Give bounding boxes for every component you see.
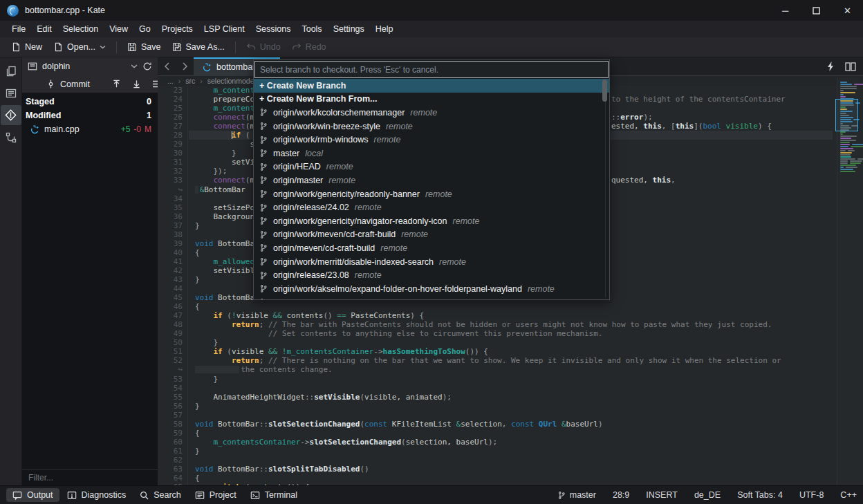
filter-input[interactable]: Filter...: [22, 469, 158, 485]
commit-button[interactable]: Commit: [46, 80, 90, 89]
branch-item[interactable]: masterlocal: [254, 147, 609, 160]
menu-selection[interactable]: Selection: [57, 22, 104, 36]
chevron-down-icon[interactable]: [131, 64, 138, 68]
branch-item[interactable]: origin/meven/cd-craft-buildremote: [254, 241, 609, 255]
popup-scrollbar-thumb[interactable]: [602, 80, 607, 102]
code-line[interactable]: 54: [158, 384, 863, 393]
push-icon[interactable]: [112, 80, 121, 88]
branch-item[interactable]: origin/work/akselmo/expand-folder-on-hov…: [254, 282, 609, 296]
menu-tools[interactable]: Tools: [296, 22, 327, 36]
code-line[interactable]: 63void BottomBar::slotSplitTabDisabled(): [158, 465, 863, 474]
code-line[interactable]: 48 return; // The bar with PasteContents…: [158, 320, 863, 329]
code-line[interactable]: 62: [158, 456, 863, 465]
code-line[interactable]: 52 return; // There is nothing on the ba…: [158, 356, 863, 365]
minimap[interactable]: [837, 77, 859, 485]
menu-view[interactable]: View: [104, 22, 133, 36]
pull-icon[interactable]: [132, 80, 141, 88]
symbols-panel-icon[interactable]: [1, 83, 21, 103]
breadcrumb-item[interactable]: src: [185, 77, 195, 85]
new-button[interactable]: New: [6, 40, 48, 54]
panel-button-search[interactable]: Search: [133, 488, 187, 502]
popup-scrollbar-track[interactable]: [605, 80, 606, 297]
menu-settings[interactable]: Settings: [328, 22, 370, 36]
forward-button[interactable]: [176, 57, 194, 75]
modified-file-row[interactable]: main.cpp +5 -0 M: [22, 122, 158, 136]
open-button[interactable]: Open...: [48, 40, 111, 54]
status-dictionary[interactable]: de_DE: [694, 490, 721, 500]
code-line[interactable]: 51 if (visible && !m_contentsContainer->…: [158, 347, 863, 356]
branch-item[interactable]: origin/masterremote: [254, 174, 609, 187]
refresh-icon[interactable]: [142, 62, 152, 71]
status-cursor-position[interactable]: 28:9: [613, 490, 629, 500]
code-line[interactable]: ↪ the contents change.: [158, 365, 863, 374]
panel-button-terminal[interactable]: Terminal: [244, 488, 304, 502]
status-syntax-mode[interactable]: C++: [840, 490, 857, 500]
branch-item[interactable]: origin/work/win-breeze-styleremote: [254, 120, 609, 133]
create-branch-item[interactable]: + Create New Branch From...: [254, 93, 609, 106]
redo-button[interactable]: Redo: [286, 40, 332, 54]
breadcrumb-item[interactable]: selectionmode: [207, 77, 254, 85]
code-line[interactable]: 53 }: [158, 375, 863, 384]
maximize-button[interactable]: [801, 0, 832, 21]
branch-type: remote: [453, 216, 480, 226]
git-branch-icon: [259, 216, 268, 225]
commit-graph-icon[interactable]: [1, 127, 21, 147]
branch-type: remote: [439, 257, 466, 267]
code-line[interactable]: 57: [158, 411, 863, 420]
panel-button-output[interactable]: Output: [6, 488, 59, 502]
branch-item[interactable]: [254, 296, 609, 301]
code-line[interactable]: 50 }: [158, 338, 863, 347]
branch-item[interactable]: origin/work/genericity/navigator-readonl…: [254, 214, 609, 228]
menu-edit[interactable]: Edit: [31, 22, 57, 36]
code-line[interactable]: 59{: [158, 429, 863, 438]
branch-item[interactable]: origin/HEADremote: [254, 160, 609, 174]
code-line[interactable]: 47 if (!visible && contents() == PasteCo…: [158, 311, 863, 320]
modified-section[interactable]: Modified 1: [22, 109, 158, 122]
branch-item[interactable]: origin/work/rmb-windowsremote: [254, 133, 609, 147]
menu-sessions[interactable]: Sessions: [250, 22, 297, 36]
branch-item[interactable]: origin/release/24.02remote: [254, 200, 609, 214]
staged-section[interactable]: Staged 0: [22, 95, 158, 109]
panel-button-project[interactable]: Project: [189, 488, 243, 502]
code-line[interactable]: 55 AnimatedHeightWidget::setVisible(visi…: [158, 393, 863, 402]
status-git-branch[interactable]: master: [557, 490, 596, 500]
code-line[interactable]: 64{: [158, 474, 863, 483]
minimap-viewport[interactable]: [835, 99, 858, 131]
panel-button-diagnostics[interactable]: Diagnostics: [61, 488, 133, 502]
back-button[interactable]: [158, 57, 176, 75]
save-as-button[interactable]: Save As...: [167, 40, 230, 54]
minimap-line: [840, 92, 855, 93]
branch-item[interactable]: origin/work/meven/cd-craft-buildremote: [254, 228, 609, 242]
menu-projects[interactable]: Projects: [156, 22, 198, 36]
close-button[interactable]: ✕: [832, 0, 863, 21]
code-line[interactable]: 46{: [158, 302, 863, 311]
status-input-mode[interactable]: INSERT: [646, 490, 678, 500]
menu-lsp-client[interactable]: LSP Client: [198, 22, 250, 36]
branch-item[interactable]: origin/work/genericity/readonly-bannerre…: [254, 187, 609, 201]
menu-file[interactable]: File: [6, 22, 31, 36]
minimize-button[interactable]: ─: [770, 0, 801, 21]
breadcrumb-item[interactable]: ...: [167, 77, 174, 85]
branch-item[interactable]: origin/release/23.08remote: [254, 268, 609, 282]
branch-item[interactable]: origin/work/merritt/disable-indexed-sear…: [254, 255, 609, 269]
save-button[interactable]: Save: [122, 40, 167, 54]
create-branch-item[interactable]: + Create New Branch: [254, 79, 609, 93]
quick-open-icon[interactable]: [827, 62, 834, 71]
code-line[interactable]: 49 // Set contents to anything else to c…: [158, 329, 863, 338]
git-panel-icon[interactable]: [1, 105, 21, 125]
branch-item[interactable]: origin/work/kcolorschememanagerremote: [254, 106, 609, 120]
project-selector[interactable]: dolphin: [22, 57, 158, 75]
undo-button[interactable]: Undo: [241, 40, 286, 54]
split-view-icon[interactable]: [845, 62, 856, 71]
menu-help[interactable]: Help: [370, 22, 399, 36]
menu-go[interactable]: Go: [133, 22, 156, 36]
code-line[interactable]: 61}: [158, 447, 863, 456]
status-tab-settings[interactable]: Soft Tabs: 4: [737, 490, 783, 500]
documents-icon[interactable]: [1, 61, 21, 81]
branch-search-input[interactable]: Select branch to checkout. Press 'Esc' t…: [254, 61, 609, 78]
code-line[interactable]: 56}: [158, 402, 863, 411]
code-line[interactable]: 60 m_contentsContainer->slotSelectionCha…: [158, 438, 863, 447]
code-line[interactable]: 58void BottomBar::slotSelectionChanged(c…: [158, 420, 863, 429]
status-encoding[interactable]: UTF-8: [799, 490, 824, 500]
minimap-line: [840, 146, 848, 147]
